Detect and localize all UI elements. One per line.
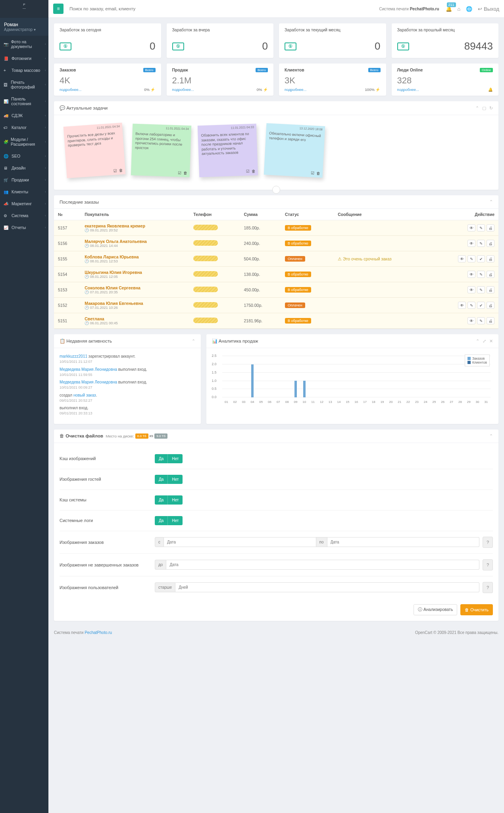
no-button[interactable]: Нет <box>167 475 183 484</box>
menu-toggle[interactable]: ≡ <box>53 4 63 14</box>
collapse-icon[interactable]: ⌃ <box>489 433 493 439</box>
globe-icon[interactable]: 🌐 <box>466 6 472 12</box>
trash-icon[interactable]: 🗑 <box>316 171 321 175</box>
date-until[interactable] <box>166 560 479 570</box>
view-action[interactable]: 👁 <box>467 286 475 293</box>
collapse-icon[interactable]: ⌃ <box>475 106 479 111</box>
view-action[interactable]: 👁 <box>458 302 466 309</box>
sticky-note[interactable]: 13.12.2020 18:08Обязательно включи офисн… <box>264 123 325 178</box>
header: ≡ Система печати PechatPhoto.ru 🔔211 ⌂ 🌐… <box>48 0 504 18</box>
edit-action[interactable]: ✎ <box>467 255 475 262</box>
sticky-note[interactable]: 11.01.2021 04:34Включи лабораторию и про… <box>131 123 191 177</box>
check-icon[interactable]: ☑ <box>113 168 117 173</box>
date-to[interactable] <box>327 537 480 547</box>
view-action[interactable]: 👁 <box>467 271 475 278</box>
sidebar-item[interactable]: 🧩Модули / Расширения‹ <box>0 133 48 150</box>
sticky-note[interactable]: 11.01.2021 04:33Обзвонить всех клиентов … <box>198 123 258 177</box>
chat-icon: 💬 <box>60 105 65 111</box>
print-action[interactable]: 🖨 <box>487 271 494 278</box>
help-icon[interactable]: ? <box>483 537 493 548</box>
print-action[interactable]: 🖨 <box>487 224 494 231</box>
add-note[interactable] <box>272 186 280 194</box>
check-icon[interactable]: ☑ <box>246 169 250 173</box>
view-action[interactable]: 👁 <box>467 240 475 247</box>
sidebar-item[interactable]: 📈Отчеты‹ <box>0 222 48 233</box>
sidebar-item[interactable]: 🌐SEO‹ <box>0 150 48 162</box>
status-badge: В обработке <box>285 241 311 246</box>
no-button[interactable]: Нет <box>167 516 183 525</box>
print-action[interactable]: 🖨 <box>487 317 494 324</box>
edit-action[interactable]: ✎ <box>467 302 475 309</box>
sidebar-item[interactable]: 🏷Каталог‹ <box>0 121 48 133</box>
no-button[interactable]: Нет <box>167 495 183 505</box>
check-action[interactable]: ✔ <box>477 255 485 262</box>
view-action[interactable]: 👁 <box>467 224 475 231</box>
edit-action[interactable]: ✎ <box>477 224 485 231</box>
sidebar-item[interactable]: 🛒Продажи‹ <box>0 174 48 186</box>
edit-action[interactable]: ✎ <box>477 240 485 247</box>
sidebar-item[interactable]: 📣Маркетинг‹ <box>0 198 48 210</box>
stat-card: ЗаказовВсего4Kподробнее...0% ⚡ <box>54 64 161 96</box>
edit-action[interactable]: ✎ <box>477 271 485 278</box>
money-icon: ① <box>285 42 296 50</box>
user-block[interactable]: Роман Администратор ▾ <box>0 18 48 36</box>
home-icon[interactable]: ⌂ <box>458 6 461 12</box>
sidebar-item[interactable]: 📊Панель состояния‹ <box>0 93 48 110</box>
days-input[interactable] <box>175 582 479 592</box>
sidebar-item[interactable]: 🖼Печать фотографий‹ <box>0 76 48 93</box>
bell-icon[interactable]: 🔔211 <box>446 6 452 12</box>
activity-panel: 📋 Недавняя активность⌃ markkuzzz2011 зар… <box>54 334 201 424</box>
sidebar-item[interactable]: 📕Фотокниги‹ <box>0 52 48 64</box>
sidebar-item[interactable]: 🚚СДЭК‹ <box>0 110 48 121</box>
more-link[interactable]: подробнее... <box>397 87 419 92</box>
status-badge: Оплачен <box>285 256 305 262</box>
yes-button[interactable]: Да <box>155 495 167 505</box>
footer-site-link[interactable]: PechatPhoto.ru <box>85 630 112 635</box>
trash-icon[interactable]: 🗑 <box>183 170 187 175</box>
edit-action[interactable]: ✎ <box>477 286 485 293</box>
more-link[interactable]: подробнее... <box>60 87 82 92</box>
print-action[interactable]: 🖨 <box>487 255 494 262</box>
clear-button[interactable]: 🗑 Очистить <box>460 604 493 615</box>
sidebar-item[interactable]: 📷Фото на документы‹ <box>0 36 48 52</box>
no-button[interactable]: Нет <box>167 454 183 463</box>
disk-total: 9.0 Тб <box>154 433 167 439</box>
trash-icon[interactable]: 🗑 <box>119 168 123 173</box>
collapse-icon[interactable]: ⌃ <box>192 339 195 344</box>
reload-icon[interactable]: ↻ <box>489 106 493 111</box>
sidebar-item[interactable]: ⚙Система‹ <box>0 210 48 222</box>
print-action[interactable]: 🖨 <box>487 240 494 247</box>
yes-button[interactable]: Да <box>155 516 167 525</box>
table-row: 5154 Шкурыгина Юлия Игоревна🕐 08.01.2021… <box>54 267 498 282</box>
more-link[interactable]: подробнее... <box>172 87 194 92</box>
expand-icon[interactable]: ⤢ <box>483 339 486 344</box>
sidebar-item[interactable]: 🖥Дизайн‹ <box>0 162 48 174</box>
print-action[interactable]: 🖨 <box>487 302 494 309</box>
expand-icon[interactable]: ▢ <box>482 106 486 111</box>
analyse-button[interactable]: ⓘ Анализировать <box>414 604 457 615</box>
print-action[interactable]: 🖨 <box>487 286 494 293</box>
search-input[interactable] <box>67 4 163 13</box>
calendar-icon: 📋 <box>60 338 65 344</box>
yes-button[interactable]: Да <box>155 454 167 463</box>
help-icon[interactable]: ? <box>483 582 493 593</box>
check-icon[interactable]: ☑ <box>311 171 315 175</box>
trash-icon[interactable]: 🗑 <box>252 169 256 173</box>
check-action[interactable]: ✔ <box>477 302 485 309</box>
collapse-icon[interactable]: ⌃ <box>476 339 479 344</box>
yes-button[interactable]: Да <box>155 475 167 484</box>
logout-link[interactable]: ↩ Выход <box>478 6 499 12</box>
check-icon[interactable]: ☑ <box>178 170 181 175</box>
stat-card: Заработок за текущий месяц①0 <box>279 23 386 58</box>
edit-action[interactable]: ✎ <box>477 317 485 324</box>
more-link[interactable]: подробнее... <box>285 87 307 92</box>
sidebar-item[interactable]: 👥Клиенты‹ <box>0 186 48 198</box>
help-icon[interactable]: ? <box>483 559 493 570</box>
collapse-icon[interactable]: ⌃ <box>489 199 493 204</box>
date-from[interactable] <box>164 537 316 547</box>
view-action[interactable]: 👁 <box>467 317 475 324</box>
close-icon[interactable]: ✕ <box>489 339 493 344</box>
sidebar-item[interactable]: +Товар массово‹ <box>0 64 48 76</box>
view-action[interactable]: 👁 <box>458 255 466 262</box>
sticky-note[interactable]: 11.01.2021 04:34Прочистить все дюзы у вс… <box>63 123 126 178</box>
